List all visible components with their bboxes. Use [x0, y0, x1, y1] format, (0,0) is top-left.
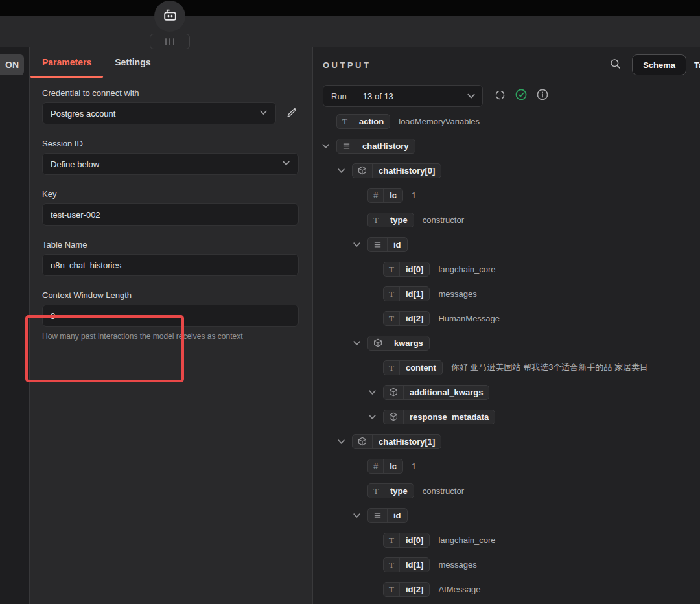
- tree-key-badge[interactable]: id: [368, 237, 408, 252]
- tree-key: action: [353, 115, 390, 128]
- settings-tabs: Parameters Settings: [30, 47, 312, 78]
- tree-key-badge[interactable]: chatHistory: [336, 139, 415, 154]
- tree-row: Ttypeconstructor: [313, 207, 700, 232]
- credential-select[interactable]: Postgres account: [42, 102, 276, 124]
- chevron-down-icon[interactable]: [337, 437, 352, 446]
- object-type-icon: [368, 336, 388, 350]
- tab-settings[interactable]: Settings: [103, 47, 162, 78]
- parameters-form: Credential to connect with Postgres acco…: [30, 78, 312, 342]
- schema-view-button[interactable]: Schema: [632, 54, 686, 75]
- grip-lines-icon: [165, 38, 167, 45]
- string-type-icon: T: [368, 213, 384, 227]
- tab-parameters[interactable]: Parameters: [30, 47, 103, 78]
- run-selector-row: Run 13 of 13: [313, 83, 700, 109]
- tree-key-badge[interactable]: #lc: [368, 459, 403, 474]
- string-type-icon: T: [384, 361, 400, 375]
- tree-key-badge[interactable]: kwargs: [368, 336, 430, 351]
- tree-key-badge[interactable]: Tid[2]: [383, 311, 430, 326]
- object-type-icon: [353, 164, 373, 178]
- tree-row: response_metadata: [313, 404, 700, 429]
- context-window-label: Context Window Length: [42, 290, 299, 300]
- node-settings-panel: Parameters Settings Credential to connec…: [29, 47, 312, 604]
- tree-key-badge[interactable]: chatHistory[0]: [352, 163, 441, 178]
- tree-value: constructor: [423, 215, 464, 225]
- tree-value: 1: [412, 191, 416, 200]
- object-type-icon: [353, 435, 373, 448]
- session-id-select[interactable]: Define below: [42, 153, 299, 175]
- run-label: Run: [323, 86, 355, 106]
- node-avatar: [154, 1, 185, 32]
- info-circle-icon: [536, 88, 549, 104]
- tree-key-badge[interactable]: Tid[0]: [383, 262, 430, 277]
- tree-row: additional_kwargs: [313, 380, 700, 404]
- tree-key-badge[interactable]: additional_kwargs: [383, 385, 489, 400]
- input-json-tab-partial[interactable]: ON: [0, 54, 24, 75]
- tree-key: chatHistory: [356, 139, 415, 153]
- tree-key-badge[interactable]: Tcontent: [383, 360, 443, 375]
- string-type-icon: T: [384, 287, 400, 301]
- panel-drag-handle[interactable]: [150, 34, 190, 49]
- tree-row: TactionloadMemoryVariables: [313, 109, 700, 134]
- tree-value: langchain_core: [438, 264, 495, 274]
- table-view-button-partial[interactable]: Table: [694, 60, 700, 70]
- tree-value: 你好 亚马逊美国站 帮我选3个适合新手的品 家居类目: [451, 362, 648, 373]
- chevron-down-icon: [259, 108, 268, 119]
- number-type-icon: #: [368, 189, 384, 202]
- canvas-left-gutter: [0, 47, 29, 604]
- key-input[interactable]: test-user-002: [42, 203, 299, 226]
- chevron-down-icon[interactable]: [368, 388, 383, 397]
- tree-key: content: [400, 361, 442, 375]
- key-group: Key test-user-002: [42, 189, 299, 226]
- tree-key-badge[interactable]: Taction: [336, 114, 390, 129]
- tree-row: #lc1: [313, 183, 700, 207]
- run-select[interactable]: Run 13 of 13: [323, 85, 483, 107]
- tree-value: 1: [412, 461, 416, 471]
- tree-key: id: [388, 509, 407, 522]
- tree-key-badge[interactable]: Tid[1]: [383, 557, 430, 572]
- chevron-down-icon[interactable]: [353, 240, 368, 249]
- modal-header-band: [0, 16, 700, 47]
- chevron-down-icon[interactable]: [337, 167, 352, 175]
- object-type-icon: [384, 386, 404, 399]
- table-name-input[interactable]: n8n_chat_histories: [42, 254, 299, 276]
- tree-key: chatHistory[1]: [373, 435, 441, 448]
- tree-row: Tid[0]langchain_core: [313, 528, 700, 552]
- tree-key: type: [384, 213, 414, 227]
- table-name-value: n8n_chat_histories: [51, 261, 121, 270]
- tree-key-badge[interactable]: Tid[1]: [383, 286, 430, 301]
- tree-key: id: [388, 238, 407, 251]
- edit-credential-button[interactable]: [285, 106, 299, 121]
- context-window-input[interactable]: 8: [42, 305, 299, 327]
- info-button[interactable]: [536, 88, 549, 104]
- tree-value: langchain_core: [438, 535, 495, 545]
- context-window-group: Context Window Length 8 How many past in…: [42, 290, 299, 342]
- success-status-button[interactable]: [515, 88, 528, 104]
- tree-key: id[2]: [400, 583, 429, 596]
- chevron-down-icon[interactable]: [368, 413, 383, 421]
- tree-key: chatHistory[0]: [373, 164, 441, 178]
- tree-row: kwargs: [313, 331, 700, 355]
- tree-key-badge[interactable]: id: [368, 508, 408, 523]
- chevron-down-icon[interactable]: [353, 339, 368, 347]
- tree-key-badge[interactable]: Ttype: [368, 213, 414, 227]
- tree-key-badge[interactable]: response_metadata: [383, 410, 495, 424]
- search-button[interactable]: [609, 58, 622, 73]
- string-type-icon: T: [384, 262, 400, 276]
- search-icon: [609, 58, 622, 73]
- string-type-icon: T: [368, 484, 384, 498]
- tree-key-badge[interactable]: Ttype: [368, 483, 414, 498]
- chevron-down-icon[interactable]: [353, 511, 368, 520]
- session-id-label: Session ID: [42, 139, 299, 148]
- output-header: OUTPUT Schema Table: [313, 47, 700, 83]
- tree-key-badge[interactable]: chatHistory[1]: [352, 434, 441, 449]
- unlink-runs-button[interactable]: [494, 89, 506, 104]
- tree-row: chatHistory[0]: [313, 158, 700, 183]
- tree-key: type: [384, 484, 414, 498]
- chevron-down-icon[interactable]: [321, 142, 336, 150]
- session-id-group: Session ID Define below: [42, 139, 299, 175]
- array-type-icon: [368, 238, 388, 251]
- tree-key-badge[interactable]: Tid[2]: [383, 582, 430, 597]
- tree-key-badge[interactable]: #lc: [368, 188, 403, 203]
- run-value: 13 of 13: [355, 91, 467, 101]
- tree-key-badge[interactable]: Tid[0]: [383, 533, 430, 548]
